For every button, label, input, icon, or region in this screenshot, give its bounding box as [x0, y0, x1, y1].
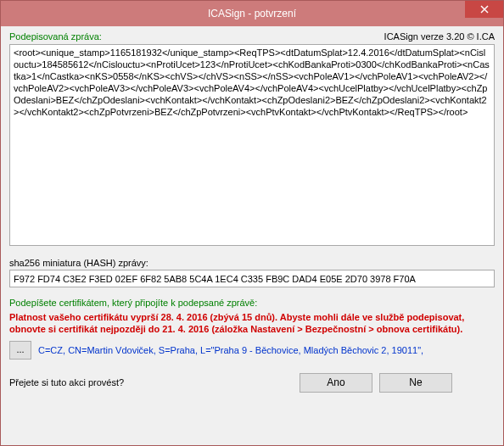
- hash-label: sha256 miniatura (HASH) zprávy:: [9, 258, 495, 268]
- certificate-subject: C=CZ, CN=Martin Vdoviček, S=Praha, L="Pr…: [38, 345, 423, 355]
- yes-button[interactable]: Ano: [300, 373, 372, 393]
- sign-with-cert-label: Podepíšete certifikátem, který připojíte…: [9, 298, 495, 308]
- certificate-row: ... C=CZ, CN=Martin Vdoviček, S=Praha, L…: [9, 341, 495, 360]
- close-icon: [480, 5, 489, 14]
- header-row: Podepisovaná zpráva: ICASign verze 3.20 …: [9, 31, 495, 42]
- confirm-row: Přejete si tuto akci provést? Ano Ne: [9, 373, 495, 393]
- close-button[interactable]: [465, 1, 503, 18]
- hash-field[interactable]: [9, 270, 495, 287]
- window-title: ICASign - potvrzení: [208, 8, 296, 20]
- client-area: Podepisovaná zpráva: ICASign verze 3.20 …: [1, 26, 503, 445]
- no-button[interactable]: Ne: [379, 373, 452, 393]
- window: ICASign - potvrzení Podepisovaná zpráva:…: [0, 0, 504, 446]
- confirm-question: Přejete si tuto akci provést?: [9, 377, 124, 387]
- choose-certificate-button[interactable]: ...: [9, 341, 31, 360]
- titlebar: ICASign - potvrzení: [1, 1, 503, 26]
- message-content[interactable]: <root><unique_stamp>1165181932</unique_s…: [9, 44, 495, 246]
- signed-message-label: Podepisovaná zpráva:: [9, 31, 102, 42]
- version-text: ICASign verze 3.20 © I.CA: [384, 31, 495, 42]
- button-group: Ano Ne: [300, 373, 452, 393]
- cert-expiry-warning: Platnost vašeho certifikátu vyprší 28. 4…: [9, 311, 495, 336]
